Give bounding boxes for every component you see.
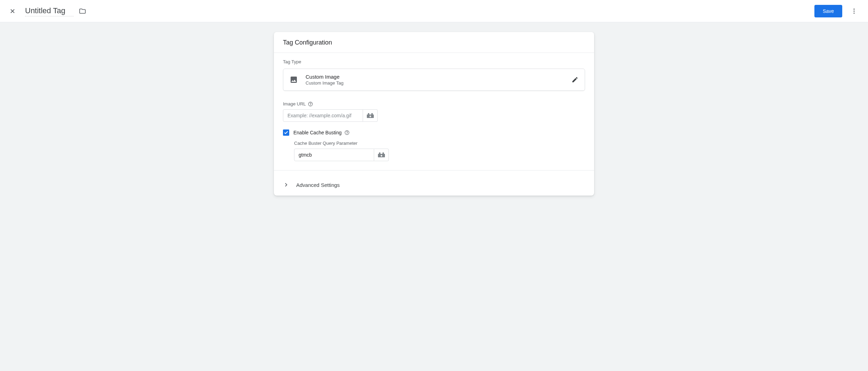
editor-canvas: Tag Configuration Tag Type Custom Image … bbox=[0, 22, 868, 371]
help-icon[interactable] bbox=[308, 102, 313, 106]
brick-plus-icon bbox=[367, 113, 374, 118]
image-url-input[interactable] bbox=[283, 109, 363, 122]
svg-rect-7 bbox=[371, 113, 373, 115]
cache-param-label: Cache Buster Query Parameter bbox=[294, 141, 585, 146]
save-button[interactable]: Save bbox=[814, 5, 842, 17]
folder-icon bbox=[79, 7, 86, 15]
check-icon bbox=[284, 130, 289, 135]
svg-point-10 bbox=[345, 131, 349, 135]
advanced-settings-label: Advanced Settings bbox=[296, 182, 340, 188]
svg-rect-16 bbox=[380, 156, 382, 156]
edit-tag-type-button[interactable] bbox=[571, 76, 578, 83]
brick-plus-icon bbox=[378, 152, 385, 157]
svg-point-11 bbox=[347, 134, 347, 134]
svg-point-2 bbox=[853, 13, 854, 14]
cache-param-input[interactable] bbox=[294, 149, 374, 161]
more-vert-icon bbox=[851, 8, 858, 15]
cache-busting-row: Enable Cache Busting bbox=[283, 129, 585, 136]
tag-type-description: Custom Image Tag bbox=[306, 80, 571, 86]
image-icon bbox=[290, 76, 298, 84]
tag-type-selector[interactable]: Custom Image Custom Image Tag bbox=[283, 69, 585, 91]
more-menu-button[interactable] bbox=[849, 6, 860, 17]
card-title: Tag Configuration bbox=[274, 32, 594, 53]
pencil-icon bbox=[571, 76, 578, 83]
svg-point-3 bbox=[308, 102, 313, 106]
image-url-label: Image URL bbox=[283, 101, 585, 106]
help-icon[interactable] bbox=[345, 130, 349, 135]
divider bbox=[274, 170, 594, 171]
advanced-settings-toggle[interactable]: Advanced Settings bbox=[274, 175, 594, 196]
close-button[interactable] bbox=[8, 7, 17, 15]
cache-busting-checkbox[interactable] bbox=[283, 129, 289, 136]
folder-button[interactable] bbox=[79, 7, 86, 15]
svg-point-4 bbox=[310, 105, 310, 105]
svg-rect-14 bbox=[382, 152, 384, 154]
variable-picker-button[interactable] bbox=[374, 149, 389, 161]
cache-busting-label: Enable Cache Busting bbox=[293, 130, 342, 135]
svg-point-0 bbox=[853, 8, 854, 9]
svg-rect-6 bbox=[368, 113, 369, 115]
close-icon bbox=[9, 8, 16, 15]
editor-header: Save bbox=[0, 0, 868, 22]
chevron-right-icon bbox=[283, 182, 289, 188]
tag-configuration-card: Tag Configuration Tag Type Custom Image … bbox=[274, 32, 594, 196]
tag-name-input[interactable] bbox=[25, 6, 74, 16]
svg-point-1 bbox=[853, 10, 854, 11]
svg-rect-13 bbox=[379, 152, 380, 154]
tag-type-name: Custom Image bbox=[306, 74, 571, 80]
tag-type-label: Tag Type bbox=[283, 59, 585, 64]
variable-picker-button[interactable] bbox=[363, 109, 378, 122]
svg-rect-9 bbox=[369, 116, 371, 117]
